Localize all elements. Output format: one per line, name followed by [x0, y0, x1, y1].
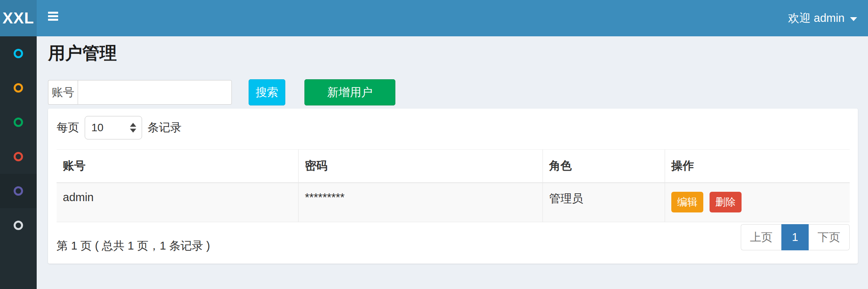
page-size-prefix: 每页 [57, 120, 79, 136]
circle-icon-purple [14, 186, 23, 196]
edit-button[interactable]: 编辑 [671, 192, 703, 212]
page-size-suffix: 条记录 [148, 120, 181, 136]
page-title: 用户管理 [48, 42, 117, 65]
circle-icon-white [14, 221, 23, 230]
pagination-summary: 第 1 页 ( 总共 1 页，1 条记录 ) [57, 238, 210, 254]
cell-account: admin [57, 183, 299, 222]
circle-icon-aqua [14, 49, 23, 58]
column-header-actions[interactable]: 操作 [665, 150, 850, 183]
account-field-label: 账号 [48, 80, 78, 105]
page-size-value: 10 [91, 121, 103, 134]
page-size-row: 每页 10 条记录 [57, 116, 181, 140]
add-user-button[interactable]: 新增用户 [304, 79, 395, 105]
chevron-down-icon [850, 17, 857, 21]
top-navbar: XXL 欢迎 admin [0, 0, 868, 36]
column-header-password[interactable]: 密码 [299, 150, 543, 183]
sidebar-item-6[interactable] [0, 208, 37, 243]
cell-role: 管理员 [543, 183, 665, 222]
sidebar-item-2[interactable] [0, 71, 37, 105]
search-button[interactable]: 搜索 [249, 79, 285, 105]
welcome-label: 欢迎 admin [788, 11, 845, 26]
app-logo[interactable]: XXL [0, 0, 37, 36]
sidebar-toggle-icon[interactable] [48, 12, 58, 21]
cell-password: ********* [299, 183, 543, 222]
user-table: 账号 密码 角色 操作 admin ********* 管理员 编辑 删除 [57, 149, 850, 222]
column-header-role[interactable]: 角色 [543, 150, 665, 183]
prev-page-button[interactable]: 上页 [741, 224, 781, 250]
circle-icon-orange [14, 83, 23, 93]
sidebar-item-4[interactable] [0, 139, 37, 174]
next-page-button[interactable]: 下页 [809, 224, 850, 250]
circle-icon-red [14, 152, 23, 161]
table-header-row: 账号 密码 角色 操作 [57, 150, 850, 183]
account-search-input[interactable] [78, 80, 232, 105]
account-search-group: 账号 [48, 80, 232, 105]
sidebar-item-3[interactable] [0, 105, 37, 139]
page-size-select[interactable]: 10 [85, 116, 142, 139]
column-header-account[interactable]: 账号 [57, 150, 299, 183]
circle-icon-green [14, 118, 23, 127]
delete-button[interactable]: 删除 [710, 192, 742, 212]
user-table-panel: 每页 10 条记录 账号 密码 角色 操作 admin [48, 109, 858, 264]
cell-actions: 编辑 删除 [665, 183, 850, 222]
table-row: admin ********* 管理员 编辑 删除 [57, 183, 850, 222]
sidebar-item-1[interactable] [0, 36, 37, 71]
current-page-button[interactable]: 1 [781, 224, 809, 250]
main-content: 用户管理 账号 搜索 新增用户 每页 10 条记录 账号 密码 角色 [37, 36, 868, 289]
select-stepper-icon [130, 123, 136, 133]
user-menu[interactable]: 欢迎 admin [788, 0, 857, 36]
pagination: 上页 1 下页 [741, 224, 850, 250]
sidebar-item-5-active[interactable] [0, 174, 37, 208]
sidebar-nav [0, 36, 37, 289]
